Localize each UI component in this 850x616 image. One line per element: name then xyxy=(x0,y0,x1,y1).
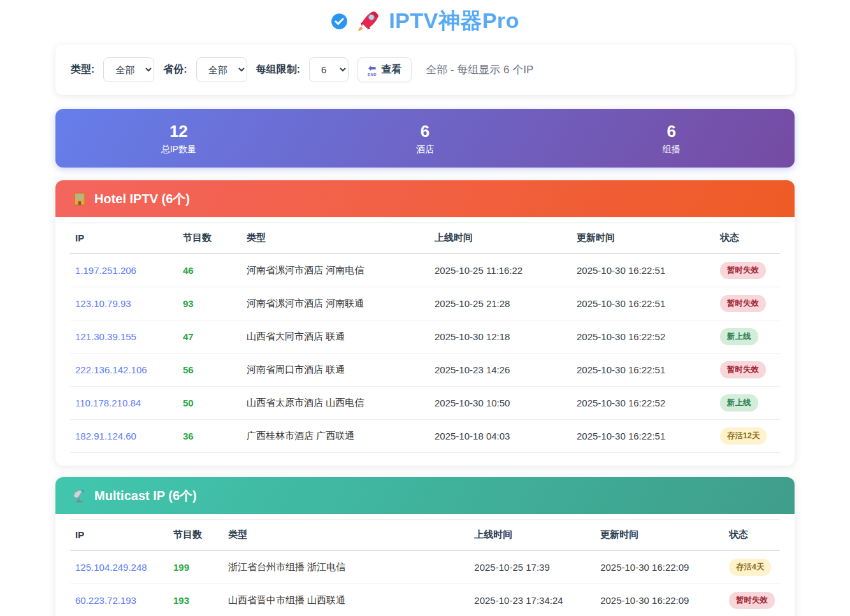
type-filter-label: 类型: xyxy=(71,63,94,76)
stats-bar: 12 总IP数量 6 酒店 6 组播 xyxy=(55,109,795,168)
table-row: 110.178.210.8450山西省太原市酒店 山西电信2025-10-30 … xyxy=(70,387,780,420)
ip-link[interactable]: 222.136.142.106 xyxy=(75,364,147,375)
type-cell: 河南省周口市酒店 联通 xyxy=(241,354,429,387)
col-online-time: 上线时间 xyxy=(469,520,595,551)
stat-label: 组播 xyxy=(663,144,681,155)
col-ip: IP xyxy=(70,520,168,551)
stat-value: 12 xyxy=(169,122,188,141)
app-header: IPTV神器Pro xyxy=(55,0,795,45)
ip-cell: 110.178.210.84 xyxy=(70,387,178,420)
stat-multicast: 6 组播 xyxy=(548,109,795,168)
ip-link[interactable]: 182.91.124.60 xyxy=(75,431,136,441)
table-row: 125.104.249.248199浙江省台州市组播 浙江电信2025-10-2… xyxy=(70,550,780,584)
program-count: 93 xyxy=(178,287,241,320)
table-row: 182.91.124.6036广西桂林市酒店 广西联通2025-10-18 04… xyxy=(70,420,780,453)
update-time: 2025-10-30 16:22:52 xyxy=(572,320,715,354)
status-cell: 新上线 xyxy=(715,320,780,354)
table-row: 60.223.72.193193山西省晋中市组播 山西联通2025-10-23 … xyxy=(70,584,780,616)
hotel-section-title: Hotel IPTV (6个) xyxy=(94,190,190,208)
hotel-table: IP 节目数 类型 上线时间 更新时间 状态 1.197.251.20646河南… xyxy=(70,222,780,453)
stat-total-ip: 12 总IP数量 xyxy=(55,109,302,168)
status-badge: 存活12天 xyxy=(720,427,767,445)
ip-cell: 222.136.142.106 xyxy=(70,354,178,387)
table-row: 1.197.251.20646河南省漯河市酒店 河南电信2025-10-25 1… xyxy=(70,254,780,287)
filter-summary-text: 全部 - 每组显示 6 个IP xyxy=(426,62,533,77)
multicast-section-title: Multicast IP (6个) xyxy=(94,487,197,505)
status-cell: 存活12天 xyxy=(715,420,780,453)
program-count: 56 xyxy=(178,354,241,387)
hotel-icon xyxy=(72,191,87,206)
ip-link[interactable]: 60.223.72.193 xyxy=(75,595,136,606)
program-count: 199 xyxy=(168,550,223,584)
ip-link[interactable]: 121.30.39.155 xyxy=(75,331,136,342)
type-cell: 山西省晋中市组播 山西联通 xyxy=(223,584,469,616)
view-button-label: 查看 xyxy=(381,63,401,76)
ip-link[interactable]: 1.197.251.206 xyxy=(75,265,136,276)
table-row: 123.10.79.9393河南省漯河市酒店 河南联通2025-10-25 21… xyxy=(70,287,780,320)
online-time: 2025-10-25 17:39 xyxy=(469,550,595,584)
status-cell: 暂时失效 xyxy=(724,584,780,616)
program-count: 47 xyxy=(178,320,241,354)
limit-filter-label: 每组限制: xyxy=(256,63,300,76)
ip-cell: 121.30.39.155 xyxy=(70,320,178,354)
stat-label: 总IP数量 xyxy=(161,144,196,155)
program-count: 46 xyxy=(178,254,241,287)
view-button[interactable]: ⬅ END 查看 xyxy=(357,57,412,82)
multicast-table-header-row: IP 节目数 类型 上线时间 更新时间 状态 xyxy=(70,520,780,551)
ip-link[interactable]: 123.10.79.93 xyxy=(75,298,131,309)
ip-cell: 182.91.124.60 xyxy=(70,420,178,453)
page: IPTV神器Pro 类型: 全部 省份: 全部 每组限制: 6 ⬅ END 查看… xyxy=(55,0,795,616)
update-time: 2025-10-30 16:22:51 xyxy=(572,287,715,320)
type-cell: 河南省漯河市酒店 河南电信 xyxy=(241,254,429,287)
status-badge: 暂时失效 xyxy=(720,262,766,279)
filter-bar: 类型: 全部 省份: 全部 每组限制: 6 ⬅ END 查看 全部 - 每组显示… xyxy=(55,45,795,95)
online-time: 2025-10-25 21:28 xyxy=(429,287,572,320)
ip-link[interactable]: 110.178.210.84 xyxy=(75,398,141,408)
hotel-section-header: Hotel IPTV (6个) xyxy=(55,180,795,217)
stat-value: 6 xyxy=(666,122,675,141)
status-cell: 新上线 xyxy=(715,387,780,420)
program-count: 193 xyxy=(168,584,223,616)
update-time: 2025-10-30 16:22:09 xyxy=(595,550,724,584)
stat-label: 酒店 xyxy=(416,144,434,155)
status-badge: 暂时失效 xyxy=(729,592,775,609)
type-cell: 广西桂林市酒店 广西联通 xyxy=(241,420,429,453)
col-update-time: 更新时间 xyxy=(595,520,724,551)
col-programs: 节目数 xyxy=(178,223,241,254)
online-time: 2025-10-25 11:16:22 xyxy=(429,254,572,287)
program-count: 36 xyxy=(178,420,241,453)
online-time: 2025-10-23 17:34:24 xyxy=(469,584,595,616)
online-time: 2025-10-18 04:03 xyxy=(429,420,572,453)
stat-hotel: 6 酒店 xyxy=(302,109,549,168)
type-filter-select[interactable]: 全部 xyxy=(103,57,154,82)
verified-check-icon xyxy=(331,13,348,30)
multicast-table: IP 节目数 类型 上线时间 更新时间 状态 125.104.249.24819… xyxy=(70,519,780,616)
ip-cell: 123.10.79.93 xyxy=(70,287,178,320)
col-type: 类型 xyxy=(223,520,469,551)
province-filter-select[interactable]: 全部 xyxy=(196,57,247,82)
status-badge: 暂时失效 xyxy=(720,361,766,378)
status-cell: 暂时失效 xyxy=(715,354,780,387)
status-cell: 暂时失效 xyxy=(715,287,780,320)
col-type: 类型 xyxy=(241,223,429,254)
status-cell: 存活4天 xyxy=(724,550,780,584)
col-update-time: 更新时间 xyxy=(572,223,715,254)
multicast-section-header: Multicast IP (6个) xyxy=(55,477,795,514)
table-row: 121.30.39.15547山西省大同市酒店 联通2025-10-30 12:… xyxy=(70,320,780,354)
satellite-dish-icon xyxy=(72,488,87,503)
status-badge: 存活4天 xyxy=(729,559,771,576)
update-time: 2025-10-30 16:22:09 xyxy=(595,584,724,616)
update-time: 2025-10-30 16:22:51 xyxy=(572,354,715,387)
update-time: 2025-10-30 16:22:51 xyxy=(572,254,715,287)
type-cell: 浙江省台州市组播 浙江电信 xyxy=(223,550,469,584)
update-time: 2025-10-30 16:22:52 xyxy=(572,387,715,420)
stat-value: 6 xyxy=(421,122,429,141)
hotel-table-wrap: IP 节目数 类型 上线时间 更新时间 状态 1.197.251.20646河南… xyxy=(55,217,795,466)
limit-filter-select[interactable]: 6 xyxy=(309,57,349,82)
col-status: 状态 xyxy=(724,520,780,551)
ip-cell: 125.104.249.248 xyxy=(70,550,168,584)
status-badge: 暂时失效 xyxy=(720,295,766,312)
online-time: 2025-10-30 10:50 xyxy=(429,387,572,420)
multicast-table-wrap: IP 节目数 类型 上线时间 更新时间 状态 125.104.249.24819… xyxy=(55,514,795,616)
ip-link[interactable]: 125.104.249.248 xyxy=(75,562,147,573)
